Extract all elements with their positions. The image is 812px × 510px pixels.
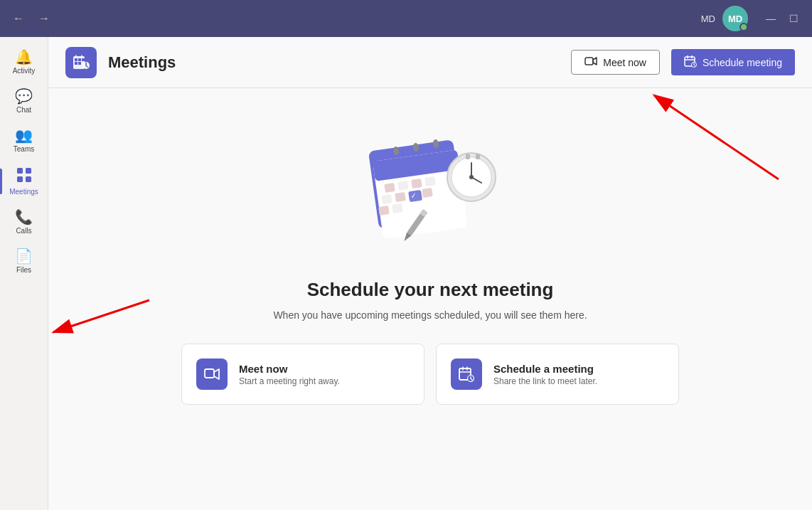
maximize-button[interactable]: ☐ bbox=[784, 9, 803, 28]
svg-rect-9 bbox=[82, 58, 85, 61]
forward-button[interactable]: → bbox=[34, 9, 54, 28]
sidebar-item-label: Files bbox=[16, 266, 31, 274]
titlebar-right: MD MD — ☐ bbox=[701, 6, 803, 31]
svg-rect-1 bbox=[26, 168, 31, 174]
user-label: MD bbox=[701, 14, 715, 24]
meetings-icon bbox=[16, 167, 32, 185]
content-area: Meetings Meet now bbox=[48, 37, 812, 510]
sidebar-item-teams[interactable]: 👥 Teams bbox=[0, 121, 48, 160]
schedule-meeting-label: Schedule meeting bbox=[703, 57, 782, 68]
card-subtitle: Share the link to meet later. bbox=[493, 376, 597, 386]
card-title: Schedule a meeting bbox=[493, 363, 597, 375]
meetings-illustration: ✓ bbox=[352, 117, 508, 259]
schedule-meeting-button[interactable]: Schedule meeting bbox=[671, 49, 795, 75]
schedule-card-icon bbox=[451, 358, 482, 390]
svg-rect-30 bbox=[397, 181, 409, 191]
meet-now-label: Meet now bbox=[603, 57, 646, 68]
svg-rect-34 bbox=[395, 192, 406, 202]
svg-rect-39 bbox=[392, 203, 403, 213]
sidebar-item-files[interactable]: 📄 Files bbox=[0, 242, 48, 281]
back-button[interactable]: ← bbox=[9, 9, 28, 28]
svg-text:✓: ✓ bbox=[410, 191, 417, 200]
content-main: ✓ bbox=[48, 88, 812, 510]
svg-rect-29 bbox=[384, 183, 395, 193]
card-subtitle: Start a meeting right away. bbox=[239, 376, 340, 386]
svg-rect-38 bbox=[378, 206, 390, 216]
meetings-header-icon bbox=[65, 47, 97, 78]
app-body: 🔔 Activity 💬 Chat 👥 Teams Meetings 📞 bbox=[0, 37, 812, 510]
svg-rect-2 bbox=[17, 176, 23, 182]
content-header: Meetings Meet now bbox=[48, 37, 812, 88]
svg-rect-3 bbox=[26, 176, 31, 182]
window-controls: — ☐ bbox=[761, 9, 803, 28]
page-title: Meetings bbox=[108, 53, 560, 72]
svg-rect-8 bbox=[78, 62, 81, 65]
teams-icon: 👥 bbox=[15, 128, 33, 142]
svg-rect-15 bbox=[585, 58, 593, 65]
svg-rect-6 bbox=[78, 58, 81, 61]
calls-icon: 📞 bbox=[15, 210, 33, 224]
sidebar-item-label: Meetings bbox=[9, 188, 38, 196]
svg-rect-33 bbox=[381, 194, 392, 204]
titlebar: ← → MD MD — ☐ bbox=[0, 0, 812, 37]
svg-rect-32 bbox=[424, 176, 436, 186]
sidebar-item-calls[interactable]: 📞 Calls bbox=[0, 203, 48, 242]
svg-rect-49 bbox=[476, 154, 480, 159]
cards-row: Meet now Start a meeting right away. bbox=[181, 344, 679, 405]
hero-subtitle: When you have upcoming meetings schedule… bbox=[273, 309, 587, 321]
sidebar: 🔔 Activity 💬 Chat 👥 Teams Meetings 📞 bbox=[0, 37, 48, 510]
schedule-icon bbox=[684, 55, 697, 70]
avatar[interactable]: MD bbox=[722, 6, 748, 31]
video-icon bbox=[584, 56, 597, 68]
activity-icon: 🔔 bbox=[15, 50, 33, 64]
svg-rect-5 bbox=[75, 58, 78, 61]
sidebar-item-chat[interactable]: 💬 Chat bbox=[0, 82, 48, 121]
card-title: Meet now bbox=[239, 363, 340, 375]
svg-rect-50 bbox=[205, 369, 214, 378]
hero-title: Schedule your next meeting bbox=[307, 279, 554, 301]
svg-rect-31 bbox=[411, 179, 422, 188]
status-badge bbox=[739, 23, 748, 31]
meet-now-card: Meet now Start a meeting right away. bbox=[181, 344, 424, 405]
sidebar-item-label: Calls bbox=[16, 227, 31, 235]
sidebar-item-label: Teams bbox=[14, 145, 34, 153]
svg-rect-48 bbox=[466, 154, 470, 159]
svg-rect-0 bbox=[17, 168, 23, 174]
svg-rect-37 bbox=[422, 188, 433, 198]
meet-now-card-text: Meet now Start a meeting right away. bbox=[239, 363, 340, 386]
files-icon: 📄 bbox=[15, 249, 33, 263]
meet-now-button[interactable]: Meet now bbox=[571, 50, 660, 75]
svg-point-47 bbox=[469, 175, 474, 179]
schedule-card-text: Schedule a meeting Share the link to mee… bbox=[493, 363, 597, 386]
titlebar-nav: ← → bbox=[9, 9, 54, 28]
schedule-meeting-card: Schedule a meeting Share the link to mee… bbox=[436, 344, 679, 405]
meet-now-card-icon bbox=[196, 358, 228, 390]
sidebar-item-activity[interactable]: 🔔 Activity bbox=[0, 43, 48, 82]
minimize-button[interactable]: — bbox=[761, 9, 781, 28]
svg-rect-7 bbox=[75, 62, 78, 65]
sidebar-item-label: Chat bbox=[16, 106, 31, 114]
sidebar-item-meetings[interactable]: Meetings bbox=[0, 160, 48, 203]
sidebar-item-label: Activity bbox=[13, 67, 36, 75]
chat-icon: 💬 bbox=[15, 89, 33, 103]
